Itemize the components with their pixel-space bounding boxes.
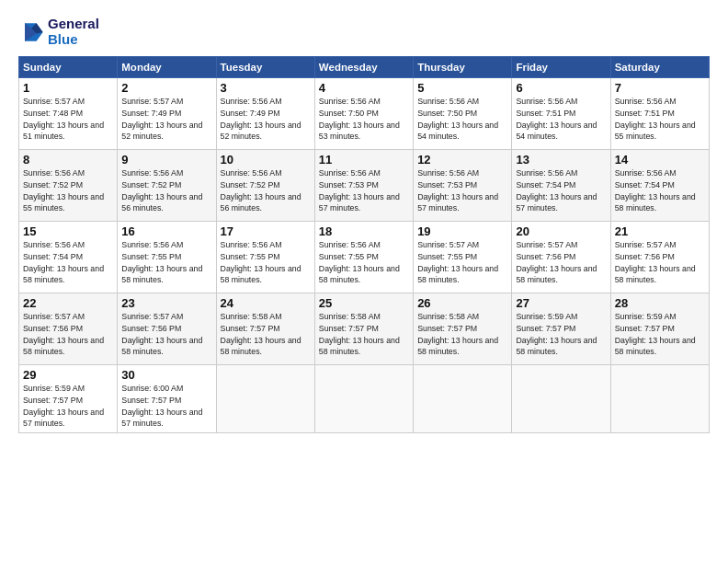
- day-info: Sunrise: 6:00 AMSunset: 7:57 PMDaylight:…: [121, 383, 211, 430]
- week-row-4: 29Sunrise: 5:59 AMSunset: 7:57 PMDayligh…: [19, 365, 710, 433]
- day-info: Sunrise: 5:56 AMSunset: 7:53 PMDaylight:…: [417, 167, 507, 214]
- calendar-cell: 25Sunrise: 5:58 AMSunset: 7:57 PMDayligh…: [314, 293, 413, 365]
- day-number: 22: [23, 296, 113, 310]
- day-number: 1: [23, 81, 113, 95]
- calendar-cell: 13Sunrise: 5:56 AMSunset: 7:54 PMDayligh…: [512, 150, 610, 222]
- calendar-cell: 2Sunrise: 5:57 AMSunset: 7:49 PMDaylight…: [118, 78, 216, 150]
- calendar-cell: 6Sunrise: 5:56 AMSunset: 7:51 PMDaylight…: [512, 78, 610, 150]
- calendar-cell: [216, 365, 314, 433]
- logo-text: General Blue: [48, 17, 99, 47]
- day-info: Sunrise: 5:58 AMSunset: 7:57 PMDaylight:…: [417, 311, 507, 358]
- day-info: Sunrise: 5:56 AMSunset: 7:54 PMDaylight:…: [23, 239, 113, 286]
- calendar-cell: [512, 365, 610, 433]
- day-number: 13: [516, 153, 606, 167]
- page: General Blue SundayMondayTuesdayWednesda…: [0, 0, 728, 563]
- day-header-wednesday: Wednesday: [314, 57, 413, 78]
- day-number: 21: [615, 224, 705, 238]
- day-number: 11: [319, 153, 409, 167]
- day-info: Sunrise: 5:56 AMSunset: 7:50 PMDaylight:…: [417, 96, 507, 143]
- day-info: Sunrise: 5:57 AMSunset: 7:49 PMDaylight:…: [121, 96, 211, 143]
- calendar-cell: 21Sunrise: 5:57 AMSunset: 7:56 PMDayligh…: [610, 222, 709, 293]
- week-row-2: 15Sunrise: 5:56 AMSunset: 7:54 PMDayligh…: [19, 222, 710, 293]
- day-number: 17: [221, 224, 311, 238]
- day-info: Sunrise: 5:57 AMSunset: 7:48 PMDaylight:…: [23, 96, 113, 143]
- day-number: 20: [516, 224, 606, 238]
- day-number: 24: [221, 296, 311, 310]
- day-header-tuesday: Tuesday: [216, 57, 314, 78]
- day-header-row: SundayMondayTuesdayWednesdayThursdayFrid…: [19, 57, 710, 78]
- day-number: 6: [516, 81, 606, 95]
- calendar-cell: 30Sunrise: 6:00 AMSunset: 7:57 PMDayligh…: [118, 365, 216, 433]
- day-info: Sunrise: 5:56 AMSunset: 7:55 PMDaylight:…: [221, 239, 311, 286]
- day-info: Sunrise: 5:56 AMSunset: 7:54 PMDaylight:…: [516, 167, 606, 214]
- calendar-cell: 5Sunrise: 5:56 AMSunset: 7:50 PMDaylight…: [414, 78, 512, 150]
- day-header-thursday: Thursday: [414, 57, 512, 78]
- week-row-1: 8Sunrise: 5:56 AMSunset: 7:52 PMDaylight…: [19, 150, 710, 222]
- day-info: Sunrise: 5:57 AMSunset: 7:56 PMDaylight:…: [121, 311, 211, 358]
- week-row-0: 1Sunrise: 5:57 AMSunset: 7:48 PMDaylight…: [19, 78, 710, 150]
- day-number: 25: [319, 296, 409, 310]
- logo-icon: [18, 19, 44, 45]
- day-info: Sunrise: 5:56 AMSunset: 7:55 PMDaylight:…: [319, 239, 409, 286]
- day-info: Sunrise: 5:58 AMSunset: 7:57 PMDaylight:…: [319, 311, 409, 358]
- day-number: 18: [319, 224, 409, 238]
- calendar-cell: 4Sunrise: 5:56 AMSunset: 7:50 PMDaylight…: [314, 78, 413, 150]
- calendar-cell: 27Sunrise: 5:59 AMSunset: 7:57 PMDayligh…: [512, 293, 610, 365]
- day-info: Sunrise: 5:59 AMSunset: 7:57 PMDaylight:…: [516, 311, 606, 358]
- day-info: Sunrise: 5:56 AMSunset: 7:53 PMDaylight:…: [319, 167, 409, 214]
- day-info: Sunrise: 5:58 AMSunset: 7:57 PMDaylight:…: [221, 311, 311, 358]
- calendar-cell: 7Sunrise: 5:56 AMSunset: 7:51 PMDaylight…: [610, 78, 709, 150]
- calendar-cell: 14Sunrise: 5:56 AMSunset: 7:54 PMDayligh…: [610, 150, 709, 222]
- day-info: Sunrise: 5:56 AMSunset: 7:52 PMDaylight:…: [23, 167, 113, 214]
- calendar-cell: 3Sunrise: 5:56 AMSunset: 7:49 PMDaylight…: [216, 78, 314, 150]
- day-number: 16: [121, 224, 211, 238]
- day-number: 26: [417, 296, 507, 310]
- day-header-friday: Friday: [512, 57, 610, 78]
- day-number: 7: [615, 81, 705, 95]
- day-number: 3: [221, 81, 311, 95]
- day-number: 23: [121, 296, 211, 310]
- day-header-sunday: Sunday: [19, 57, 118, 78]
- day-info: Sunrise: 5:57 AMSunset: 7:56 PMDaylight:…: [516, 239, 606, 286]
- header: General Blue: [18, 17, 710, 47]
- day-number: 12: [417, 153, 507, 167]
- calendar-cell: 29Sunrise: 5:59 AMSunset: 7:57 PMDayligh…: [19, 365, 118, 433]
- day-number: 15: [23, 224, 113, 238]
- day-info: Sunrise: 5:56 AMSunset: 7:50 PMDaylight:…: [319, 96, 409, 143]
- calendar-cell: 22Sunrise: 5:57 AMSunset: 7:56 PMDayligh…: [19, 293, 118, 365]
- day-number: 29: [23, 368, 113, 382]
- day-info: Sunrise: 5:59 AMSunset: 7:57 PMDaylight:…: [23, 383, 113, 430]
- day-info: Sunrise: 5:56 AMSunset: 7:49 PMDaylight:…: [221, 96, 311, 143]
- day-number: 10: [221, 153, 311, 167]
- calendar-cell: 11Sunrise: 5:56 AMSunset: 7:53 PMDayligh…: [314, 150, 413, 222]
- day-info: Sunrise: 5:56 AMSunset: 7:51 PMDaylight:…: [615, 96, 705, 143]
- day-info: Sunrise: 5:56 AMSunset: 7:55 PMDaylight:…: [121, 239, 211, 286]
- calendar-cell: 1Sunrise: 5:57 AMSunset: 7:48 PMDaylight…: [19, 78, 118, 150]
- calendar-cell: 17Sunrise: 5:56 AMSunset: 7:55 PMDayligh…: [216, 222, 314, 293]
- day-info: Sunrise: 5:59 AMSunset: 7:57 PMDaylight:…: [615, 311, 705, 358]
- calendar-cell: 23Sunrise: 5:57 AMSunset: 7:56 PMDayligh…: [118, 293, 216, 365]
- calendar-cell: 24Sunrise: 5:58 AMSunset: 7:57 PMDayligh…: [216, 293, 314, 365]
- day-number: 4: [319, 81, 409, 95]
- day-info: Sunrise: 5:56 AMSunset: 7:51 PMDaylight:…: [516, 96, 606, 143]
- calendar-cell: 20Sunrise: 5:57 AMSunset: 7:56 PMDayligh…: [512, 222, 610, 293]
- day-info: Sunrise: 5:56 AMSunset: 7:52 PMDaylight:…: [121, 167, 211, 214]
- calendar-cell: 15Sunrise: 5:56 AMSunset: 7:54 PMDayligh…: [19, 222, 118, 293]
- day-info: Sunrise: 5:57 AMSunset: 7:56 PMDaylight:…: [615, 239, 705, 286]
- day-number: 27: [516, 296, 606, 310]
- day-number: 28: [615, 296, 705, 310]
- calendar-cell: 16Sunrise: 5:56 AMSunset: 7:55 PMDayligh…: [118, 222, 216, 293]
- calendar-cell: 18Sunrise: 5:56 AMSunset: 7:55 PMDayligh…: [314, 222, 413, 293]
- day-info: Sunrise: 5:57 AMSunset: 7:55 PMDaylight:…: [417, 239, 507, 286]
- calendar-cell: [414, 365, 512, 433]
- day-number: 30: [121, 368, 211, 382]
- day-header-saturday: Saturday: [610, 57, 709, 78]
- day-number: 9: [121, 153, 211, 167]
- logo: General Blue: [18, 17, 99, 47]
- calendar-cell: 26Sunrise: 5:58 AMSunset: 7:57 PMDayligh…: [414, 293, 512, 365]
- calendar-cell: 28Sunrise: 5:59 AMSunset: 7:57 PMDayligh…: [610, 293, 709, 365]
- calendar-cell: 12Sunrise: 5:56 AMSunset: 7:53 PMDayligh…: [414, 150, 512, 222]
- day-number: 2: [121, 81, 211, 95]
- day-info: Sunrise: 5:57 AMSunset: 7:56 PMDaylight:…: [23, 311, 113, 358]
- day-number: 19: [417, 224, 507, 238]
